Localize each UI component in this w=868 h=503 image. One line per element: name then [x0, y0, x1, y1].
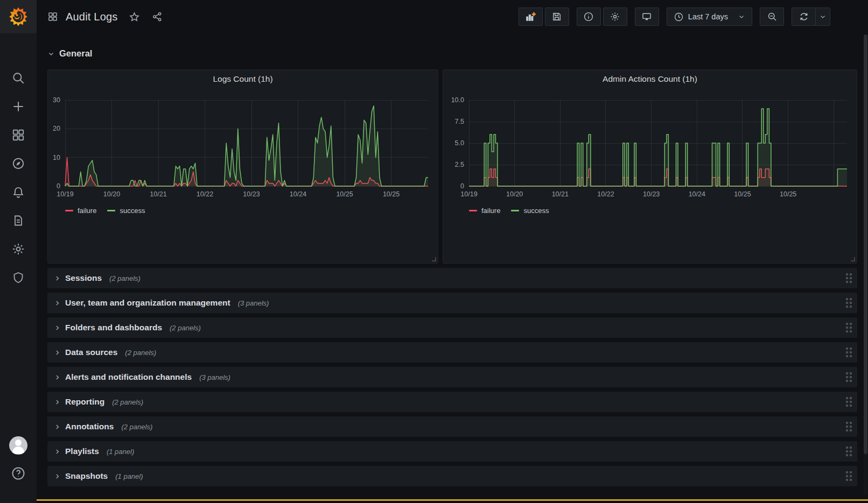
x-axis-tick-label: 10/23	[634, 190, 669, 198]
search-icon	[11, 71, 25, 85]
chart-legend: failuresuccess	[65, 207, 145, 215]
row-drag-handle[interactable]	[846, 372, 852, 382]
row-label: Annotations	[65, 422, 114, 431]
panel-resize-handle[interactable]	[432, 257, 436, 261]
monitor-icon	[641, 11, 652, 22]
x-axis-tick-label: 10/19	[48, 190, 82, 198]
x-axis-tick-label: 10/22	[188, 190, 222, 198]
row-drag-handle[interactable]	[846, 348, 852, 357]
chart-plot-area	[469, 100, 847, 187]
chevron-right-icon	[54, 324, 61, 331]
dashboard-row[interactable]: Annotations(2 panels)	[47, 416, 857, 437]
dashboard-row[interactable]: Folders and dashboards(2 panels)	[47, 317, 857, 338]
row-general-label: General	[59, 48, 92, 59]
row-drag-handle[interactable]	[846, 447, 852, 456]
x-axis-tick-label: 10/20	[95, 190, 129, 198]
dashboard-grid-icon	[47, 11, 58, 22]
dashboard-row[interactable]: Alerts and notification channels(3 panel…	[47, 367, 857, 387]
x-axis-tick-label: 10/23	[234, 190, 269, 198]
row-panel-count: (2 panels)	[112, 398, 143, 406]
sidebar-item-dashboards[interactable]	[0, 121, 37, 149]
row-general-header[interactable]: General	[47, 48, 92, 59]
sidebar-item-search[interactable]	[0, 63, 37, 92]
refresh-icon	[799, 11, 809, 22]
y-axis-tick-label: 20	[48, 125, 60, 132]
star-icon[interactable]	[129, 11, 140, 23]
row-label: Sessions	[65, 273, 102, 283]
dashboard-settings-button[interactable]	[603, 8, 627, 26]
sidebar-item-explore[interactable]	[0, 149, 37, 178]
zoom-out-time-button[interactable]	[760, 8, 784, 26]
row-drag-handle[interactable]	[846, 397, 852, 407]
y-axis-tick-label: 5.0	[443, 139, 464, 147]
save-icon	[551, 11, 562, 22]
panel-title[interactable]: Logs Count (1h)	[48, 74, 438, 84]
legend-series-name: failure	[481, 207, 500, 215]
x-axis-tick-label: 10/24	[680, 190, 714, 198]
compass-icon	[11, 157, 25, 171]
row-drag-handle[interactable]	[846, 471, 852, 481]
row-drag-handle[interactable]	[846, 323, 852, 332]
legend-item-failure[interactable]: failure	[469, 207, 500, 215]
refresh-interval-caret[interactable]	[816, 8, 830, 26]
row-drag-handle[interactable]	[846, 273, 852, 283]
sidebar-item-server-admin[interactable]	[0, 263, 37, 292]
sidebar-item-docs[interactable]	[0, 206, 37, 235]
panel-resize-handle[interactable]	[851, 257, 855, 261]
x-axis-tick-label: 10/24	[281, 190, 316, 198]
dashboard-content: General Logs Count (1h)010203010/1910/20…	[37, 33, 868, 503]
user-avatar[interactable]	[9, 436, 27, 455]
dashboard-row[interactable]: User, team and organization management(3…	[47, 293, 857, 313]
legend-item-success[interactable]: success	[107, 207, 145, 215]
dashboard-row[interactable]: Snapshots(1 panel)	[47, 466, 857, 486]
row-label: Alerts and notification channels	[65, 372, 192, 382]
chevron-down-icon	[819, 13, 827, 20]
panel-title[interactable]: Admin Actions Count (1h)	[443, 74, 857, 84]
scrollbar-thumb[interactable]	[864, 34, 867, 454]
add-panel-icon	[524, 11, 536, 23]
grafana-logo[interactable]	[0, 0, 37, 33]
legend-color-dash	[107, 210, 115, 211]
vertical-scrollbar	[864, 34, 867, 495]
row-drag-handle[interactable]	[846, 422, 852, 431]
chevron-down-icon	[47, 50, 55, 58]
sidebar-item-create[interactable]	[0, 92, 37, 121]
legend-item-success[interactable]: success	[511, 207, 549, 215]
row-panel-count: (3 panels)	[238, 299, 269, 307]
save-dashboard-button[interactable]	[545, 8, 569, 26]
sidebar-item-alerting[interactable]	[0, 178, 37, 206]
x-axis-tick-label: 10/25	[771, 190, 806, 198]
row-label: Folders and dashboards	[65, 323, 162, 332]
row-drag-handle[interactable]	[846, 298, 852, 308]
row-panel-count: (1 panel)	[115, 472, 143, 480]
row-panel-count: (2 panels)	[109, 274, 141, 282]
bell-icon	[11, 185, 25, 199]
row-panel-count: (3 panels)	[199, 373, 230, 381]
dashboards-grid-icon	[11, 128, 25, 142]
panel-logs-count[interactable]: Logs Count (1h)010203010/1910/2010/2110/…	[47, 69, 438, 264]
dashboard-row[interactable]: Playlists(1 panel)	[47, 441, 857, 462]
share-icon[interactable]	[152, 11, 163, 22]
sidebar-item-help[interactable]	[0, 464, 37, 483]
dashboard-row[interactable]: Sessions(2 panels)	[47, 268, 857, 288]
time-range-picker[interactable]: Last 7 days	[667, 8, 752, 26]
legend-color-dash	[469, 210, 477, 211]
dashboard-row[interactable]: Data sources(2 panels)	[47, 342, 857, 363]
add-panel-button[interactable]	[519, 8, 543, 26]
cycle-view-mode-button[interactable]	[635, 8, 659, 26]
page-title: Audit Logs	[66, 11, 118, 23]
shield-icon	[12, 271, 25, 284]
x-axis-tick-label: 10/25	[374, 190, 409, 198]
dashboard-row[interactable]: Reporting(2 panels)	[47, 392, 857, 412]
sidebar-item-configuration[interactable]	[0, 235, 37, 263]
panel-admin-actions-count[interactable]: Admin Actions Count (1h)02.55.07.510.010…	[443, 69, 857, 264]
zoom-out-icon	[767, 11, 778, 22]
series-success	[469, 109, 847, 186]
y-axis-tick-label: 10.0	[443, 96, 464, 104]
legend-item-failure[interactable]: failure	[65, 207, 96, 215]
y-axis-tick-label: 30	[48, 96, 60, 104]
dashboard-insights-button[interactable]	[577, 8, 601, 26]
gear-icon	[610, 11, 620, 22]
refresh-button[interactable]	[792, 8, 816, 26]
chart-legend: failuresuccess	[469, 207, 549, 215]
